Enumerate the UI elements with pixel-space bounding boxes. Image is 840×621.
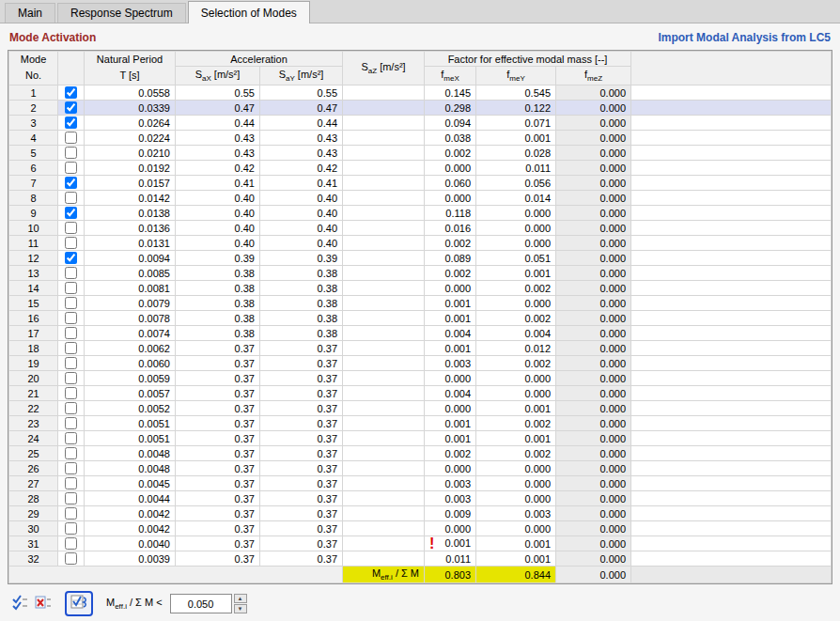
mode-number-cell[interactable]: 13 xyxy=(9,266,58,281)
mode-checkbox[interactable] xyxy=(65,537,77,550)
mode-checkbox-cell[interactable] xyxy=(58,371,85,386)
mode-checkbox[interactable] xyxy=(65,417,77,429)
mode-checkbox-cell[interactable] xyxy=(58,281,85,296)
mode-number-cell[interactable]: 26 xyxy=(9,461,58,476)
mode-checkbox[interactable] xyxy=(65,282,77,294)
deselect-all-modes-button[interactable] xyxy=(33,594,54,614)
mode-number-cell[interactable]: 9 xyxy=(9,206,58,221)
mode-checkbox-cell[interactable] xyxy=(58,326,85,341)
mode-checkbox-cell[interactable] xyxy=(58,386,85,401)
mode-checkbox[interactable] xyxy=(65,357,77,369)
mode-number-cell[interactable]: 3 xyxy=(9,116,58,131)
mode-number-cell[interactable]: 22 xyxy=(9,401,58,416)
mode-number-cell[interactable]: 21 xyxy=(9,386,58,401)
mode-number-cell[interactable]: 6 xyxy=(9,161,58,176)
mode-number-cell[interactable]: 4 xyxy=(9,131,58,146)
tab-main[interactable]: Main xyxy=(5,3,55,23)
mode-checkbox-cell[interactable] xyxy=(58,101,85,116)
mode-checkbox-cell[interactable] xyxy=(58,176,85,191)
tab-selection-of-modes[interactable]: Selection of Modes xyxy=(188,1,310,23)
mode-checkbox-cell[interactable] xyxy=(58,161,85,176)
mode-checkbox-cell[interactable] xyxy=(58,476,85,491)
mode-number-cell[interactable]: 2 xyxy=(9,101,58,116)
mode-checkbox[interactable] xyxy=(65,552,77,565)
mode-checkbox-cell[interactable] xyxy=(58,491,85,506)
mode-checkbox-cell[interactable] xyxy=(58,191,85,206)
mode-checkbox-cell[interactable] xyxy=(58,206,85,221)
mode-checkbox-cell[interactable] xyxy=(58,131,85,146)
mode-checkbox-cell[interactable] xyxy=(58,431,85,446)
mode-number-cell[interactable]: 1 xyxy=(9,85,58,101)
mode-number-cell[interactable]: 31 xyxy=(9,536,58,551)
mode-checkbox-cell[interactable] xyxy=(58,146,85,161)
mode-number-cell[interactable]: 14 xyxy=(9,281,58,296)
mode-checkbox[interactable] xyxy=(65,507,77,520)
mode-checkbox[interactable] xyxy=(65,372,77,384)
select-all-modes-button[interactable] xyxy=(9,594,30,614)
mode-checkbox-cell[interactable] xyxy=(58,521,85,536)
mode-checkbox[interactable] xyxy=(65,86,77,99)
mode-checkbox[interactable] xyxy=(65,492,77,505)
mode-checkbox-cell[interactable] xyxy=(58,461,85,476)
mode-number-cell[interactable]: 17 xyxy=(9,326,58,341)
mode-checkbox[interactable] xyxy=(65,101,77,114)
mode-checkbox[interactable] xyxy=(65,432,77,444)
mode-number-cell[interactable]: 28 xyxy=(9,491,58,506)
mode-number-cell[interactable]: 7 xyxy=(9,176,58,191)
mode-number-cell[interactable]: 18 xyxy=(9,341,58,356)
mode-checkbox-cell[interactable] xyxy=(58,236,85,251)
spin-down-button[interactable]: ▼ xyxy=(234,604,247,613)
mode-checkbox[interactable] xyxy=(65,312,77,324)
import-modal-analysis-link[interactable]: Import Modal Analysis from LC5 xyxy=(658,31,831,44)
spin-up-button[interactable]: ▲ xyxy=(234,594,247,603)
mode-number-cell[interactable]: 19 xyxy=(9,356,58,371)
mode-checkbox[interactable] xyxy=(65,297,77,309)
mode-number-cell[interactable]: 16 xyxy=(9,311,58,326)
mode-number-cell[interactable]: 27 xyxy=(9,476,58,491)
mode-checkbox[interactable] xyxy=(65,177,77,189)
mode-number-cell[interactable]: 29 xyxy=(9,506,58,521)
mode-checkbox-cell[interactable] xyxy=(58,266,85,281)
mode-checkbox[interactable] xyxy=(65,252,77,264)
mode-checkbox[interactable] xyxy=(65,267,77,279)
mode-checkbox[interactable] xyxy=(65,207,77,219)
mode-checkbox[interactable] xyxy=(65,447,77,459)
mode-checkbox-cell[interactable] xyxy=(58,416,85,431)
mode-checkbox[interactable] xyxy=(65,327,77,339)
mode-checkbox[interactable] xyxy=(65,342,77,354)
threshold-input[interactable] xyxy=(170,594,232,613)
mode-number-cell[interactable]: 25 xyxy=(9,446,58,461)
tab-response-spectrum[interactable]: Response Spectrum xyxy=(57,3,186,23)
mode-number-cell[interactable]: 15 xyxy=(9,296,58,311)
mode-checkbox[interactable] xyxy=(65,237,77,249)
mode-checkbox-cell[interactable] xyxy=(58,221,85,236)
mode-checkbox[interactable] xyxy=(65,387,77,399)
mode-checkbox-cell[interactable] xyxy=(58,311,85,326)
mode-number-cell[interactable]: 11 xyxy=(9,236,58,251)
mode-checkbox[interactable] xyxy=(65,147,77,159)
mode-checkbox-cell[interactable] xyxy=(58,341,85,356)
mode-checkbox-cell[interactable] xyxy=(58,116,85,131)
mode-checkbox[interactable] xyxy=(65,477,77,489)
mode-checkbox-cell[interactable] xyxy=(58,296,85,311)
auto-select-modes-button[interactable] xyxy=(65,591,93,616)
mode-number-cell[interactable]: 23 xyxy=(9,416,58,431)
mode-checkbox[interactable] xyxy=(65,116,77,129)
mode-checkbox[interactable] xyxy=(65,162,77,174)
mode-checkbox-cell[interactable] xyxy=(58,536,85,551)
mode-checkbox-cell[interactable] xyxy=(58,551,85,567)
mode-checkbox[interactable] xyxy=(65,402,77,414)
mode-checkbox-cell[interactable] xyxy=(58,401,85,416)
mode-number-cell[interactable]: 24 xyxy=(9,431,58,446)
mode-checkbox-cell[interactable] xyxy=(58,251,85,266)
mode-checkbox[interactable] xyxy=(65,222,77,234)
mode-number-cell[interactable]: 12 xyxy=(9,251,58,266)
mode-checkbox-cell[interactable] xyxy=(58,85,85,101)
mode-checkbox[interactable] xyxy=(65,522,77,535)
mode-checkbox-cell[interactable] xyxy=(58,446,85,461)
mode-number-cell[interactable]: 32 xyxy=(9,551,58,567)
mode-number-cell[interactable]: 10 xyxy=(9,221,58,236)
mode-checkbox-cell[interactable] xyxy=(58,356,85,371)
mode-checkbox[interactable] xyxy=(65,192,77,204)
mode-checkbox-cell[interactable] xyxy=(58,506,85,521)
